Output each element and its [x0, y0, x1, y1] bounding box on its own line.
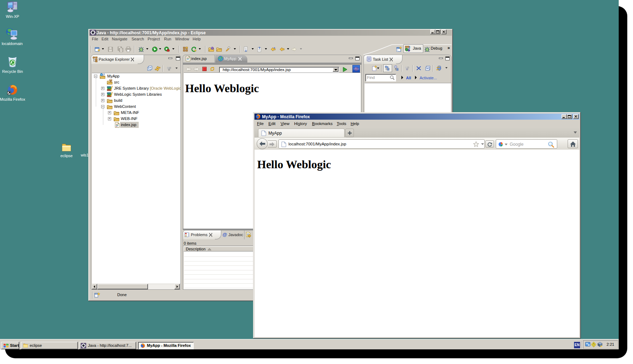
svg-text:J: J: [103, 73, 104, 76]
svg-text:J: J: [408, 46, 410, 50]
